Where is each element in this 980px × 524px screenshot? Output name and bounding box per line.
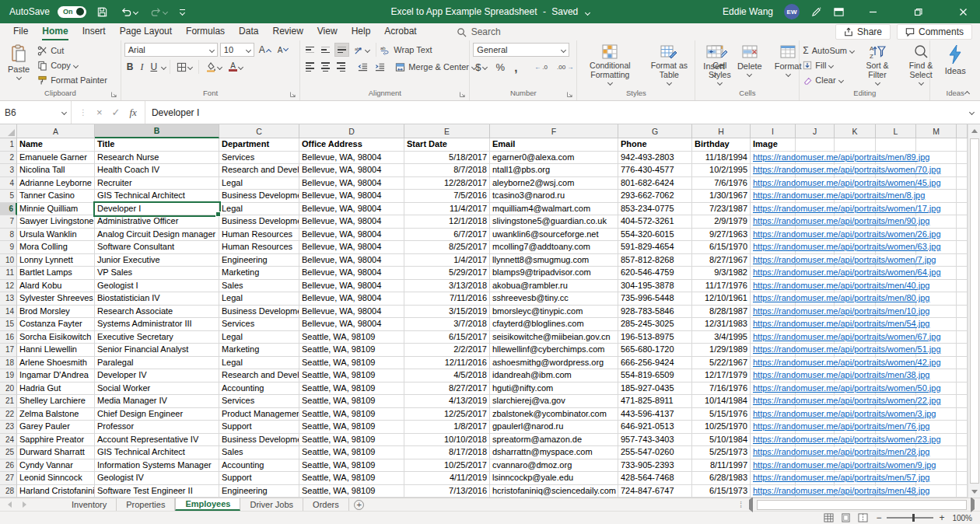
cell-partial-26[interactable] [957,459,968,473]
cell-C25[interactable]: Sales [219,446,299,459]
row-header-24[interactable]: 24 [0,434,17,447]
cell-D9[interactable]: Bellevue, WA, 98004 [299,241,404,254]
sheet-tab-properties[interactable]: Properties [117,498,175,511]
comments-button[interactable]: Comments [897,24,972,40]
column-header-J[interactable]: J [796,124,835,138]
increase-decimal-button[interactable]: ←.0 [532,60,550,74]
autosave-toggle[interactable]: On [58,6,86,18]
cell-B28[interactable]: Software Test Engineer II [95,485,219,498]
cell-F24[interactable]: spreatorm@amazon.de [490,434,618,447]
namebox-splitter[interactable]: ⋮ [79,108,87,117]
select-all-button[interactable] [0,124,17,138]
cell-G17[interactable]: 565-680-1720 [618,344,692,357]
comma-style-button[interactable]: , [512,60,520,74]
cell-partial-5[interactable] [957,190,968,203]
image-link[interactable]: https://randomuser.me/api/portraits/men/… [753,152,929,162]
cell-B25[interactable]: GIS Technical Architect [95,446,219,459]
cell-B1[interactable]: Title [95,138,219,152]
cell-F3[interactable]: ntall1@pbs.org [490,164,618,177]
cell-H24[interactable]: 5/10/1984 [692,434,751,447]
cell-I1[interactable]: Image [751,138,957,152]
cell-D2[interactable]: Bellevue, WA, 98004 [299,152,404,165]
cell-H9[interactable]: 6/15/1970 [692,241,751,254]
image-link[interactable]: https://randomuser.me/api/portraits/men/… [753,473,929,482]
cell-H27[interactable]: 6/28/1983 [692,472,751,485]
cell-A8[interactable]: Ursula Wanklin [17,229,95,242]
cell-E17[interactable]: 2/2/2017 [404,344,490,357]
confirm-entry-button[interactable]: ✓ [112,107,121,118]
cell-H16[interactable]: 3/4/1995 [692,331,751,344]
cell-H14[interactable]: 8/28/1987 [692,306,751,319]
cell-B20[interactable]: Social Worker [95,383,219,396]
cell-A11[interactable]: Bartlet Lamps [17,267,95,280]
cell-A14[interactable]: Brod Morsley [17,306,95,319]
cell-D25[interactable]: Seattle, WA, 98109 [299,446,404,459]
column-header-C[interactable]: C [219,124,299,138]
image-link[interactable]: https://randomuser.me/api/portraits/wome… [753,204,941,213]
cell-C2[interactable]: Services [219,152,299,165]
fill-button[interactable]: Fill [803,59,854,72]
cell-F26[interactable]: cvannaro@dmoz.org [490,459,618,473]
cell-I7[interactable]: https://randomuser.me/api/portraits/men/… [751,215,957,229]
page-layout-view-button[interactable] [841,513,851,522]
cell-E8[interactable]: 6/7/2017 [404,229,490,242]
column-header-H[interactable]: H [692,124,751,138]
cell-B2[interactable]: Research Nurse [95,152,219,165]
cell-H5[interactable]: 1/30/1967 [692,190,751,203]
cell-F2[interactable]: egarner0@alexa.com [490,152,618,165]
zoom-in-button[interactable]: + [939,514,944,522]
cell-B8[interactable]: Analog Circuit Design manager [95,229,219,242]
cell-D5[interactable]: Bellevue, WA, 98004 [299,190,404,203]
image-link[interactable]: https://randomuser.me/api/portraits/men/… [753,216,929,225]
bottom-align-button[interactable] [334,43,349,57]
ribbon-tab-home[interactable]: Home [35,24,75,40]
cell-I15[interactable]: https://randomuser.me/api/portraits/men/… [751,318,957,331]
row-header-18[interactable]: 18 [0,357,17,370]
cell-H22[interactable]: 5/15/1976 [692,408,751,421]
cell-C18[interactable]: Legal [219,357,299,370]
cell-C14[interactable]: Business Development [219,306,299,319]
cell-G28[interactable]: 724-847-6747 [618,485,692,498]
font-dialog-launcher[interactable] [289,91,296,98]
column-header-B[interactable]: B [95,124,219,138]
row-header-1[interactable]: 1 [0,138,17,152]
image-link[interactable]: https://randomuser.me/api/portraits/wome… [753,242,941,251]
row-header-17[interactable]: 17 [0,344,17,357]
cell-A4[interactable]: Adrianne Leyborne [17,177,95,190]
column-header-K[interactable]: K [835,124,876,138]
increase-font-button[interactable]: A [257,43,273,57]
cell-partial-24[interactable] [957,434,968,447]
cell-E12[interactable]: 3/13/2018 [404,280,490,293]
cell-F13[interactable]: sshreevesb@tiny.cc [490,292,618,306]
share-button[interactable]: Share [835,24,891,40]
cell-I22[interactable]: https://randomuser.me/api/portraits/wome… [751,408,957,421]
cell-D12[interactable]: Bellevue, WA, 98004 [299,280,404,293]
cell-D6[interactable]: Bellevue, WA, 98004 [299,203,404,216]
cell-F4[interactable]: aleyborne2@wsj.com [490,177,618,190]
cell-F19[interactable]: idandreah@ibm.com [490,369,618,383]
cell-F17[interactable]: hllewellinf@cyberchimps.com [490,344,618,357]
formula-input[interactable]: Developer I [145,101,963,124]
row-header-11[interactable]: 11 [0,267,17,280]
cell-G2[interactable]: 942-493-2803 [618,152,692,165]
cell-C3[interactable]: Research and Development [219,164,299,177]
image-link[interactable]: https://randomuser.me/api/portraits/wome… [753,435,941,444]
image-link[interactable]: https://randomuser.me/api/portraits/wome… [753,332,941,341]
sheet-tab-orders[interactable]: Orders [303,498,349,511]
cell-E23[interactable]: 1/8/2017 [404,421,490,434]
cell-D18[interactable]: Seattle, WA, 98109 [299,357,404,370]
row-header-23[interactable]: 23 [0,421,17,434]
row-header-7[interactable]: 7 [0,215,17,229]
cut-button[interactable]: Cut [37,44,107,57]
cell-D15[interactable]: Bellevue, WA, 98004 [299,318,404,331]
cell-C28[interactable]: Engineering [219,485,299,498]
font-family-select[interactable]: Arial [124,43,218,57]
percent-style-button[interactable]: % [494,60,508,74]
cell-F28[interactable]: hcristofaniniq@sciencedaily.com [490,485,618,498]
cell-I27[interactable]: https://randomuser.me/api/portraits/men/… [751,472,957,485]
cell-E9[interactable]: 8/25/2017 [404,241,490,254]
cell-G24[interactable]: 957-743-3403 [618,434,692,447]
image-link[interactable]: https://randomuser.me/api/portraits/men/… [753,447,929,456]
cell-G9[interactable]: 591-829-4654 [618,241,692,254]
cell-F20[interactable]: hguti@nifty.com [490,383,618,396]
